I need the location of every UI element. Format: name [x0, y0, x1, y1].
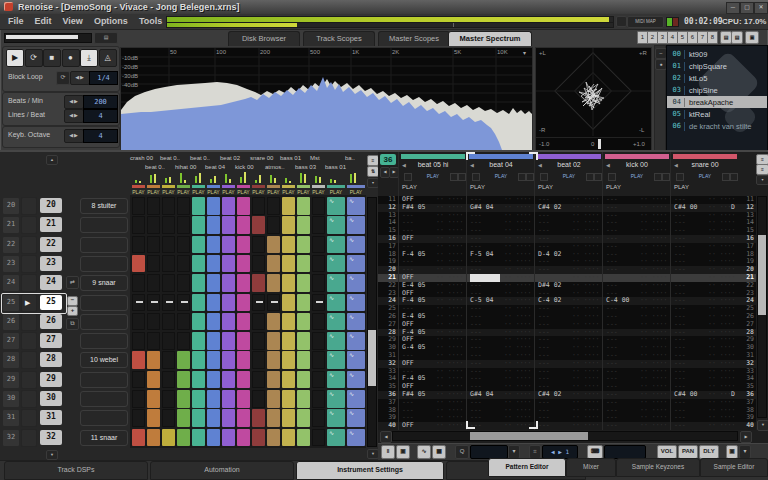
effect-cell[interactable]: ·· ····	[572, 422, 600, 430]
matrix-cell[interactable]	[162, 197, 175, 215]
matrix-cell[interactable]	[312, 236, 325, 254]
quantize-value-lcd[interactable]	[470, 445, 508, 459]
matrix-cell[interactable]	[282, 236, 295, 254]
matrix-cell[interactable]	[267, 197, 280, 215]
matrix-cell[interactable]	[297, 236, 310, 254]
section-label-box[interactable]	[80, 237, 128, 253]
note-cell[interactable]: ---	[674, 422, 706, 430]
matrix-cell[interactable]: ∿	[327, 216, 345, 234]
tab-sample-editor[interactable]: Sample Editor	[700, 458, 768, 477]
matrix-cell[interactable]: ∿	[347, 409, 365, 427]
matrix-cell[interactable]	[132, 274, 145, 292]
matrix-cell[interactable]	[132, 429, 145, 447]
matrix-cell[interactable]	[162, 236, 175, 254]
menu-edit[interactable]: Edit	[35, 14, 52, 28]
matrix-cell[interactable]	[267, 351, 280, 369]
matrix-cell[interactable]	[312, 294, 325, 312]
matrix-cell[interactable]	[282, 332, 295, 350]
matrix-cell[interactable]	[237, 371, 250, 389]
pattern-scroll-right-icon[interactable]: ▶	[740, 431, 752, 443]
matrix-cell[interactable]	[282, 274, 295, 292]
matrix-cell[interactable]	[222, 371, 235, 389]
matrix-play-button[interactable]: PLAY	[325, 189, 347, 196]
matrix-cell[interactable]	[237, 197, 250, 215]
close-button[interactable]: ✕	[754, 2, 768, 14]
matrix-cell[interactable]	[282, 313, 295, 331]
sample-view-button[interactable]: ▤	[731, 31, 743, 44]
matrix-cell[interactable]	[312, 351, 325, 369]
insert-button[interactable]: ▣	[396, 445, 410, 459]
sequence-number-button[interactable]: 20	[40, 198, 62, 213]
track-name[interactable]: beat 02	[536, 161, 602, 168]
matrix-cell[interactable]	[207, 409, 220, 427]
instrument-row[interactable]: 03chipSine	[667, 84, 767, 96]
pattern-hscrollbar-thumb[interactable]	[470, 432, 588, 440]
matrix-cell[interactable]	[222, 332, 235, 350]
matrix-cell[interactable]	[132, 371, 145, 389]
matrix-cell[interactable]	[207, 197, 220, 215]
matrix-cell[interactable]	[222, 216, 235, 234]
matrix-cell[interactable]	[237, 255, 250, 273]
matrix-cell[interactable]	[222, 255, 235, 273]
edit-step-icon[interactable]: ⌗	[529, 445, 541, 459]
sequence-number-button[interactable]: 22	[40, 237, 62, 252]
vu-reset-button[interactable]	[616, 16, 627, 27]
matrix-cell[interactable]	[312, 313, 325, 331]
sequence-scroll-down-icon[interactable]: ▼	[46, 450, 58, 460]
track-name[interactable]: beat 04	[468, 161, 534, 168]
edit-mode-button[interactable]: ‖	[381, 445, 395, 459]
matrix-cell[interactable]	[267, 371, 280, 389]
effect-cell[interactable]: ·· ····	[640, 422, 668, 430]
track-solo-button[interactable]	[586, 173, 594, 181]
matrix-cell[interactable]	[222, 409, 235, 427]
matrix-cell[interactable]	[267, 390, 280, 408]
matrix-scrollbar[interactable]	[367, 197, 377, 447]
record-button[interactable]: ●	[62, 49, 80, 67]
matrix-cell[interactable]	[237, 216, 250, 234]
matrix-cell[interactable]	[132, 409, 145, 427]
matrix-cell[interactable]	[132, 216, 145, 234]
matrix-cell[interactable]: ∿	[327, 390, 345, 408]
chord-mode-button[interactable]: ▦	[432, 445, 446, 459]
midi-map-button[interactable]: MIDI MAP	[627, 16, 664, 28]
sequence-slot[interactable]	[21, 409, 37, 427]
sequence-add-button[interactable]: +	[67, 306, 78, 316]
matrix-cell[interactable]	[192, 255, 205, 273]
matrix-cell[interactable]	[282, 216, 295, 234]
sequence-slot[interactable]	[21, 255, 37, 273]
instrument-row[interactable]: 01chipSquare	[667, 60, 767, 72]
tab-automation[interactable]: Automation	[150, 461, 294, 480]
matrix-cell[interactable]	[297, 216, 310, 234]
matrix-cell[interactable]	[132, 351, 145, 369]
matrix-cell[interactable]	[177, 216, 190, 234]
volume-column-toggle[interactable]: VOL	[657, 445, 677, 459]
track-play-label[interactable]: PLAY	[470, 184, 485, 190]
matrix-cell[interactable]	[162, 313, 175, 331]
matrix-cell[interactable]	[147, 294, 160, 312]
loop-button[interactable]: ⟳	[25, 49, 43, 67]
sequence-number-button[interactable]: 32	[40, 430, 62, 445]
tab-mixer[interactable]: Mixer	[566, 458, 616, 477]
matrix-cell[interactable]	[252, 409, 265, 427]
matrix-cell[interactable]	[162, 294, 175, 312]
matrix-cell[interactable]	[207, 255, 220, 273]
matrix-cell[interactable]	[237, 409, 250, 427]
matrix-cell[interactable]	[252, 371, 265, 389]
track-solo-button[interactable]	[722, 173, 730, 181]
section-label-box[interactable]: 8 stuiter	[80, 198, 128, 214]
matrix-cell[interactable]	[162, 390, 175, 408]
matrix-cell[interactable]: ∿	[327, 255, 345, 273]
matrix-cell[interactable]	[177, 390, 190, 408]
column-options-dropdown[interactable]: ▾	[739, 445, 751, 459]
matrix-cell[interactable]	[147, 255, 160, 273]
matrix-cell[interactable]	[237, 332, 250, 350]
follow-button[interactable]: ⤓	[80, 49, 98, 67]
matrix-cell[interactable]	[177, 313, 190, 331]
effect-cell[interactable]: ·· ····	[436, 422, 464, 430]
section-label-box[interactable]	[80, 256, 128, 272]
track-solo-button[interactable]	[518, 173, 526, 181]
matrix-cell[interactable]	[207, 274, 220, 292]
matrix-cell[interactable]	[237, 274, 250, 292]
matrix-cell[interactable]: ∿	[347, 332, 365, 350]
matrix-cell[interactable]	[222, 294, 235, 312]
